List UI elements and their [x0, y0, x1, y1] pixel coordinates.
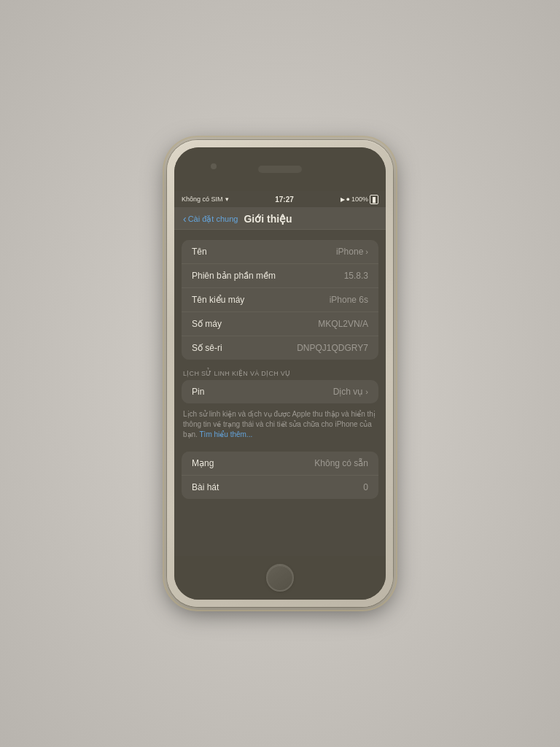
row-ten-value: iPhone › [336, 247, 368, 257]
row-software-label: Phiên bản phần mềm [192, 271, 276, 281]
info-section: Tên iPhone › Phiên bản phần mềm 15.8.3 [174, 240, 386, 360]
service-group: Pin Dịch vụ › [182, 380, 378, 403]
learn-more-link[interactable]: Tìm hiểu thêm... [200, 430, 253, 438]
row-serial: Số sê-ri DNPQJ1QDGRY7 [182, 336, 378, 360]
back-label: Cài đặt chung [188, 214, 238, 224]
row-songs-value: 0 [363, 482, 368, 492]
info-group: Tên iPhone › Phiên bản phần mềm 15.8.3 [182, 240, 378, 360]
camera-dot [211, 163, 217, 169]
row-battery[interactable]: Pin Dịch vụ › [182, 380, 378, 403]
chevron-icon: › [365, 247, 368, 256]
row-serial-label: Số sê-ri [192, 343, 222, 353]
page-title: Giới thiệu [244, 213, 292, 225]
row-network-value: Không có sẵn [314, 458, 368, 468]
status-left: Không có SIM ▾ [182, 196, 229, 203]
back-button[interactable]: ‹ Cài đặt chung [183, 213, 238, 225]
wifi-icon: ▾ [225, 196, 229, 203]
row-software: Phiên bản phần mềm 15.8.3 [182, 264, 378, 288]
row-model-name-label: Tên kiểu máy [192, 295, 244, 305]
row-model-num-label: Số máy [192, 319, 222, 329]
home-button[interactable] [266, 564, 294, 592]
status-bar: Không có SIM ▾ 17:27 ▶ ● 100% ▮ [174, 191, 386, 207]
location-icon: ▶ [341, 196, 345, 203]
service-section-header: LỊCH SỬ LINH KIỆN VÀ DỊCH VỤ [174, 370, 386, 380]
status-time: 17:27 [275, 196, 294, 204]
row-ten-label: Tên [192, 247, 207, 257]
phone-bottom-bar [174, 556, 386, 600]
row-serial-value: DNPQJ1QDGRY7 [297, 343, 368, 353]
row-battery-value: Dịch vụ › [333, 387, 368, 397]
speaker-slot [258, 166, 302, 173]
phone-inner: Không có SIM ▾ 17:27 ▶ ● 100% ▮ ‹ Cài đặ… [174, 147, 386, 600]
service-description: Lịch sử linh kiện và dịch vụ được Apple … [174, 403, 386, 441]
battery-chevron-icon: › [365, 387, 368, 396]
battery-text: 100% [351, 196, 368, 203]
lock-icon: ● [346, 196, 350, 203]
status-right: ▶ ● 100% ▮ [341, 195, 378, 204]
row-network-label: Mạng [192, 458, 214, 468]
row-model-num-value: MKQL2VN/A [318, 319, 368, 329]
phone-top-bar [174, 147, 386, 191]
row-ten[interactable]: Tên iPhone › [182, 240, 378, 264]
back-arrow-icon: ‹ [183, 213, 187, 225]
row-model-num: Số máy MKQL2VN/A [182, 312, 378, 336]
phone-device: Không có SIM ▾ 17:27 ▶ ● 100% ▮ ‹ Cài đặ… [167, 140, 393, 607]
row-songs: Bài hát 0 [182, 476, 378, 499]
row-network: Mạng Không có sẵn [182, 452, 378, 476]
row-model-name: Tên kiểu máy iPhone 6s [182, 288, 378, 312]
other-group: Mạng Không có sẵn Bài hát 0 [182, 452, 378, 499]
service-section: LỊCH SỬ LINH KIỆN VÀ DỊCH VỤ Pin Dịch vụ… [174, 370, 386, 441]
row-songs-label: Bài hát [192, 482, 219, 492]
nav-bar: ‹ Cài đặt chung Giới thiệu [174, 207, 386, 230]
row-model-name-value: iPhone 6s [330, 295, 368, 305]
row-battery-label: Pin [192, 387, 204, 397]
other-section: Mạng Không có sẵn Bài hát 0 [174, 452, 386, 499]
screen-content: Không có SIM ▾ 17:27 ▶ ● 100% ▮ ‹ Cài đặ… [174, 191, 386, 556]
carrier-label: Không có SIM [182, 196, 223, 203]
battery-icon: ▮ [370, 195, 378, 204]
row-software-value: 15.8.3 [344, 271, 368, 281]
